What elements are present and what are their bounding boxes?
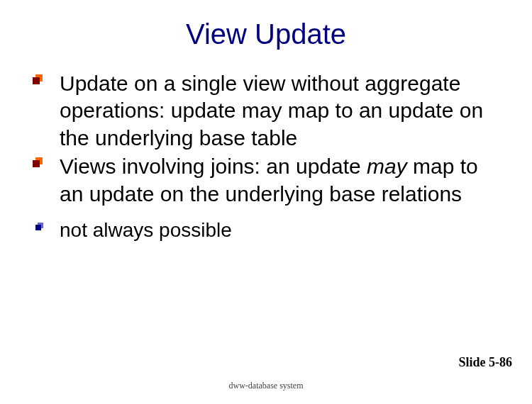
bullet-item: Views involving joins: an update may map… (60, 153, 504, 208)
sub-bullet-list: not always possible (28, 218, 504, 243)
slide-title: View Update (28, 18, 504, 50)
sub-bullet-text: not always possible (60, 219, 232, 241)
bullet-icon (33, 74, 43, 84)
bullet-text: Update on a single view without aggregat… (60, 72, 483, 150)
bullet-item: Update on a single view without aggregat… (60, 70, 504, 152)
sub-bullet-icon (35, 223, 44, 231)
slide: View Update Update on a single view with… (0, 0, 532, 404)
bullet-text-prefix: Views involving joins: an update (60, 155, 367, 178)
sub-bullet-item: not always possible (60, 218, 504, 243)
bullet-list: Update on a single view without aggregat… (28, 70, 504, 208)
slide-footer: dww-database system (0, 381, 532, 391)
slide-number: Slide 5-86 (458, 355, 512, 370)
bullet-text-italic: may (367, 155, 407, 178)
bullet-icon (33, 157, 43, 167)
